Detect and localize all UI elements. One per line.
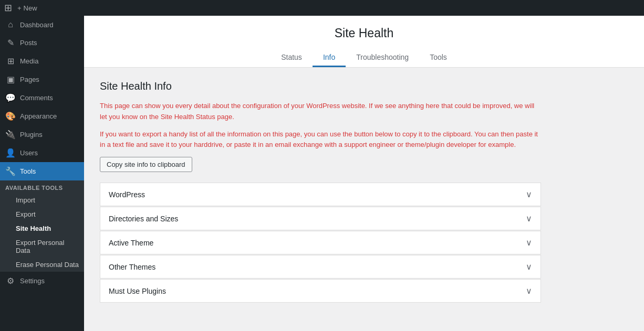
accordion-wordpress-label: WordPress (109, 190, 145, 199)
sidebar-item-label: Media (20, 57, 38, 65)
main-content: Site Health Info This page can show you … (84, 68, 557, 316)
sidebar-item-posts[interactable]: ✎ Posts (0, 34, 84, 52)
wp-logo-icon: ⊞ (4, 2, 12, 14)
accordion-directories-sizes: Directories and Sizes ∨ (100, 207, 541, 230)
plugins-icon: 🔌 (5, 130, 16, 140)
sidebar-item-settings[interactable]: ⚙ Settings (0, 272, 84, 290)
tools-icon: 🔧 (5, 166, 16, 176)
submenu-item-import[interactable]: Import (0, 193, 84, 207)
accordion-must-use-plugins: Must Use Plugins ∨ (100, 279, 541, 303)
section-title: Site Health Info (100, 80, 541, 92)
accordion-wordpress-header[interactable]: WordPress ∨ (100, 183, 541, 206)
posts-icon: ✎ (5, 38, 16, 48)
info-paragraph-2: If you want to export a handy list of al… (100, 129, 541, 151)
pages-icon: ▣ (5, 74, 16, 84)
sidebar-item-pages[interactable]: ▣ Pages (0, 70, 84, 89)
accordion-must-use-plugins-header[interactable]: Must Use Plugins ∨ (100, 280, 541, 302)
sidebar-item-plugins[interactable]: 🔌 Plugins (0, 125, 84, 144)
sidebar-item-label: Users (20, 149, 38, 157)
submenu-item-erase-personal-data[interactable]: Erase Personal Data (0, 258, 84, 272)
sidebar-item-label: Posts (20, 39, 37, 47)
comments-icon: 💬 (5, 93, 16, 103)
sidebar-item-label: Settings (20, 277, 45, 285)
submenu-item-site-health[interactable]: Site Health (0, 221, 84, 236)
tools-submenu: Available Tools Import Export Site Healt… (0, 180, 84, 272)
tools-submenu-label: Available Tools (0, 180, 84, 193)
accordion-active-theme-label: Active Theme (109, 239, 153, 247)
accordion-must-use-plugins-label: Must Use Plugins (109, 287, 166, 295)
sidebar-item-users[interactable]: 👤 Users (0, 144, 84, 162)
sidebar-item-appearance[interactable]: 🎨 Appearance (0, 107, 84, 125)
tab-tools[interactable]: Tools (419, 49, 458, 67)
new-button[interactable]: + New (17, 4, 37, 12)
accordion-directories-label: Directories and Sizes (109, 215, 178, 223)
tab-bar: Status Info Troubleshooting Tools (84, 49, 644, 67)
accordion-other-themes: Other Themes ∨ (100, 255, 541, 279)
appearance-icon: 🎨 (5, 111, 16, 121)
page-title: Site Health (84, 26, 644, 40)
new-label: New (24, 4, 37, 12)
page-header: Site Health Status Info Troubleshooting … (84, 16, 644, 68)
plus-icon: + (17, 4, 22, 12)
sidebar-item-label: Comments (20, 94, 53, 102)
sidebar-item-label: Dashboard (20, 21, 54, 29)
sidebar-item-media[interactable]: ⊞ Media (0, 52, 84, 70)
accordion-active-theme: Active Theme ∨ (100, 231, 541, 254)
accordion-other-themes-header[interactable]: Other Themes ∨ (100, 255, 541, 278)
info-paragraph-1: This page can show you every detail abou… (100, 101, 541, 123)
accordion-active-theme-header[interactable]: Active Theme ∨ (100, 231, 541, 254)
users-icon: 👤 (5, 148, 16, 158)
settings-icon: ⚙ (5, 276, 16, 286)
sidebar-item-tools[interactable]: 🔧 Tools (0, 162, 84, 180)
accordion-wordpress: WordPress ∨ (100, 183, 541, 206)
submenu-item-export[interactable]: Export (0, 207, 84, 221)
sidebar-item-label: Pages (20, 76, 39, 83)
sidebar-item-comments[interactable]: 💬 Comments (0, 89, 84, 107)
sidebar-item-label: Plugins (20, 131, 43, 138)
tab-info[interactable]: Info (313, 49, 346, 67)
sidebar-item-label: Tools (20, 167, 36, 175)
main-layout: ⌂ Dashboard ✎ Posts ⊞ Media ▣ Pages 💬 Co… (0, 16, 644, 331)
sidebar-item-dashboard[interactable]: ⌂ Dashboard (0, 16, 84, 34)
accordion-other-themes-label: Other Themes (109, 263, 155, 271)
sidebar-item-label: Appearance (20, 112, 57, 120)
media-icon: ⊞ (5, 56, 16, 66)
dashboard-icon: ⌂ (5, 20, 16, 29)
content-area: Site Health Status Info Troubleshooting … (84, 16, 644, 331)
sidebar: ⌂ Dashboard ✎ Posts ⊞ Media ▣ Pages 💬 Co… (0, 16, 84, 331)
chevron-down-icon: ∨ (526, 238, 532, 248)
copy-site-info-button[interactable]: Copy site info to clipboard (100, 157, 192, 172)
accordion-directories-header[interactable]: Directories and Sizes ∨ (100, 207, 541, 230)
chevron-down-icon: ∨ (526, 286, 532, 296)
accordion-list: WordPress ∨ Directories and Sizes ∨ Acti… (100, 183, 541, 303)
chevron-down-icon: ∨ (526, 213, 532, 223)
tab-status[interactable]: Status (271, 49, 313, 67)
submenu-item-export-personal-data[interactable]: Export Personal Data (0, 236, 84, 258)
chevron-down-icon: ∨ (526, 262, 532, 272)
tab-troubleshooting[interactable]: Troubleshooting (346, 49, 419, 67)
admin-bar: ⊞ + New (0, 0, 644, 16)
chevron-down-icon: ∨ (526, 189, 532, 199)
